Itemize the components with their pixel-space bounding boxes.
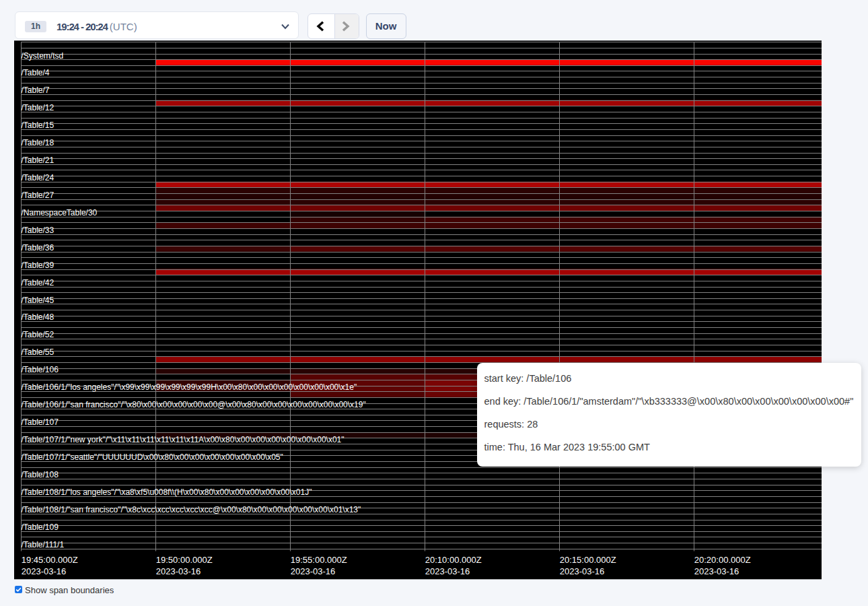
svg-text:/Table/111/1: /Table/111/1 (22, 540, 65, 549)
svg-text:/Table/52: /Table/52 (22, 330, 55, 339)
svg-text:/Table/45: /Table/45 (22, 296, 55, 305)
svg-text:/Table/39: /Table/39 (22, 261, 55, 270)
svg-text:/Table/106/1/"san francisco"/": /Table/106/1/"san francisco"/"\x80\x00\x… (22, 400, 366, 409)
svg-text:/Table/107: /Table/107 (22, 417, 59, 427)
svg-text:19:55:00.000Z: 19:55:00.000Z (291, 555, 347, 565)
svg-text:2023-03-16: 2023-03-16 (291, 566, 336, 576)
svg-text:/Table/7: /Table/7 (22, 86, 50, 95)
svg-text:19:50:00.000Z: 19:50:00.000Z (156, 555, 213, 565)
svg-text:/Table/108: /Table/108 (22, 470, 59, 479)
svg-text:/NamespaceTable/30: /NamespaceTable/30 (22, 208, 98, 217)
svg-text:/Table/48: /Table/48 (22, 312, 55, 322)
svg-text:/Table/42: /Table/42 (22, 278, 55, 288)
svg-text:/Table/109: /Table/109 (22, 523, 59, 532)
svg-text:/Table/106/1/"los angeles"/"\x: /Table/106/1/"los angeles"/"\x99\x99\x99… (22, 382, 357, 392)
svg-text:20:20:00.000Z: 20:20:00.000Z (694, 555, 751, 565)
svg-text:/Table/108/1/"san francisco"/": /Table/108/1/"san francisco"/"\x8c\xcc\x… (22, 505, 361, 514)
svg-text:/Table/4: /Table/4 (22, 68, 50, 77)
svg-text:/Table/55: /Table/55 (22, 347, 55, 357)
svg-text:/Table/33: /Table/33 (22, 226, 55, 235)
svg-text:/Table/106: /Table/106 (22, 365, 59, 374)
svg-text:/Table/108/1/"los angeles"/"\x: /Table/108/1/"los angeles"/"\xa8\xf5\u00… (22, 487, 312, 497)
svg-text:/Table/107/1/"seattle"/"UUUUUU: /Table/107/1/"seattle"/"UUUUUUD\x00\x80\… (22, 452, 283, 462)
svg-text:/Table/21: /Table/21 (22, 156, 55, 165)
svg-text:/Table/27: /Table/27 (22, 191, 55, 200)
svg-text:/Table/12: /Table/12 (22, 103, 55, 112)
svg-text:/Table/18: /Table/18 (22, 138, 55, 147)
svg-text:2023-03-16: 2023-03-16 (694, 566, 739, 576)
svg-text:2023-03-16: 2023-03-16 (425, 566, 470, 576)
svg-text:/System/tsd: /System/tsd (22, 51, 64, 61)
svg-text:19:45:00.000Z: 19:45:00.000Z (22, 555, 78, 565)
svg-text:20:10:00.000Z: 20:10:00.000Z (425, 555, 482, 565)
svg-text:2023-03-16: 2023-03-16 (560, 566, 605, 576)
svg-text:20:15:00.000Z: 20:15:00.000Z (560, 555, 616, 565)
svg-text:/Table/36: /Table/36 (22, 243, 55, 252)
svg-text:/Table/107/1/"new york"/"\x11\: /Table/107/1/"new york"/"\x11\x11\x11\x1… (22, 435, 345, 444)
svg-text:2023-03-16: 2023-03-16 (22, 566, 67, 576)
svg-text:2023-03-16: 2023-03-16 (156, 566, 201, 576)
svg-text:/Table/24: /Table/24 (22, 173, 55, 182)
svg-text:/Table/15: /Table/15 (22, 121, 55, 130)
